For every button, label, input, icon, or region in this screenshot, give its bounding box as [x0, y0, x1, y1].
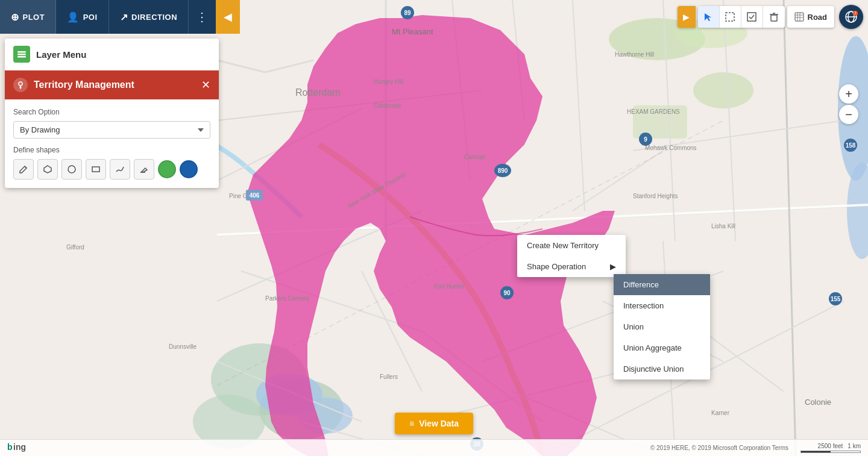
svg-rect-63 [17, 56, 26, 58]
shape-operation-item[interactable]: Shape Operation ▶ Difference Intersectio… [517, 256, 626, 277]
toolbar-left: ⊕ PLOT 👤 POI ↗ DIRECTION ⋮ [0, 0, 216, 34]
copyright-text: © 2019 HERE, © 2019 Microsoft Corporatio… [650, 445, 788, 451]
check-all-icon [746, 11, 757, 22]
territory-title: Territory Management [34, 80, 195, 90]
select-tool-button[interactable] [698, 6, 720, 28]
freehand-tool-button[interactable] [110, 159, 130, 180]
view-data-icon: ≡ [409, 419, 414, 428]
expand-arrow-button[interactable]: ▶ [678, 6, 696, 28]
globe-button[interactable]: ! [839, 5, 863, 29]
map-tools-group [698, 6, 785, 28]
collapse-button[interactable]: ◀ [216, 0, 240, 34]
select-icon [703, 11, 714, 22]
color-green-button[interactable] [158, 160, 176, 178]
layer-menu-title: Layer Menu [36, 49, 86, 60]
zoom-out-button[interactable]: − [839, 105, 858, 124]
close-button[interactable]: ✕ [201, 80, 210, 90]
svg-rect-61 [17, 51, 26, 53]
road-view-button[interactable]: Road [787, 6, 835, 28]
svg-point-64 [19, 82, 22, 86]
create-new-territory-item[interactable]: Create New Territory [517, 235, 626, 256]
arrow-icon: ▶ [683, 12, 690, 22]
delete-button[interactable] [763, 6, 785, 28]
svg-rect-48 [771, 15, 777, 21]
union-aggregate-item[interactable]: Union Aggregate [614, 337, 710, 358]
svg-point-66 [68, 166, 75, 173]
more-button[interactable]: ⋮ [189, 0, 216, 34]
road-label: Road [808, 13, 828, 22]
polygon-tool-button[interactable] [37, 159, 58, 180]
direction-icon: ↗ [120, 11, 128, 23]
plot-icon: ⊕ [11, 11, 19, 23]
scale-bar: 2500 feet 1 km [800, 443, 861, 453]
svg-rect-46 [726, 13, 734, 21]
svg-rect-51 [795, 13, 804, 21]
svg-marker-65 [44, 166, 51, 173]
zoom-controls: + − [839, 84, 858, 124]
intersection-item[interactable]: Intersection [614, 295, 710, 316]
bing-logo: b ing [7, 442, 31, 454]
svg-text:ing: ing [13, 442, 26, 452]
view-data-label: View Data [419, 419, 459, 428]
rectangle-tool-button[interactable] [86, 159, 106, 180]
submenu-arrow-icon: ▶ [610, 262, 616, 271]
left-panel: Layer Menu Territory Management ✕ Search… [5, 39, 219, 188]
search-option-label: Search Option [13, 108, 210, 116]
eraser-tool-button[interactable] [134, 159, 154, 180]
layer-menu-header: Layer Menu [5, 39, 219, 70]
direction-button[interactable]: ↗ DIRECTION [109, 0, 189, 34]
box-select-button[interactable] [720, 6, 741, 28]
svg-rect-62 [17, 54, 26, 55]
poi-icon: 👤 [67, 11, 80, 23]
box-select-icon [725, 11, 735, 22]
submenu: Difference Intersection Union Union Aggr… [614, 274, 710, 379]
delete-icon [769, 11, 779, 22]
pencil-tool-button[interactable] [13, 159, 34, 180]
zoom-in-button[interactable]: + [839, 84, 858, 104]
svg-text:!: ! [855, 10, 856, 16]
more-icon: ⋮ [196, 10, 209, 24]
territory-icon [13, 78, 28, 92]
search-select[interactable]: By Drawing [13, 121, 210, 139]
territory-header: Territory Management ✕ [5, 70, 219, 99]
panel-body: Search Option By Drawing Define shapes [5, 99, 219, 188]
svg-rect-67 [92, 167, 99, 172]
svg-point-2 [693, 72, 753, 108]
toolbar-right: ▶ [678, 5, 864, 29]
color-blue-button[interactable] [180, 160, 198, 178]
road-icon [794, 12, 804, 22]
layer-icon [13, 46, 30, 63]
plot-button[interactable]: ⊕ PLOT [0, 0, 56, 34]
check-all-button[interactable] [741, 6, 763, 28]
collapse-icon: ◀ [224, 10, 232, 23]
difference-item[interactable]: Difference [614, 274, 710, 295]
bottom-bar: b ing © 2019 HERE, © 2019 Microsoft Corp… [0, 439, 868, 456]
union-item[interactable]: Union [614, 316, 710, 337]
svg-rect-4 [633, 105, 687, 139]
svg-text:b: b [7, 442, 13, 452]
define-shapes-label: Define shapes [13, 146, 210, 154]
circle-tool-button[interactable] [61, 159, 82, 180]
view-data-button[interactable]: ≡ View Data [395, 413, 473, 434]
globe-icon: ! [844, 10, 858, 23]
context-menu: Create New Territory Shape Operation ▶ D… [517, 235, 626, 277]
poi-button[interactable]: 👤 POI [56, 0, 108, 34]
svg-rect-47 [747, 13, 756, 21]
shapes-toolbar [13, 159, 210, 180]
disjunctive-union-item[interactable]: Disjunctive Union [614, 358, 710, 379]
